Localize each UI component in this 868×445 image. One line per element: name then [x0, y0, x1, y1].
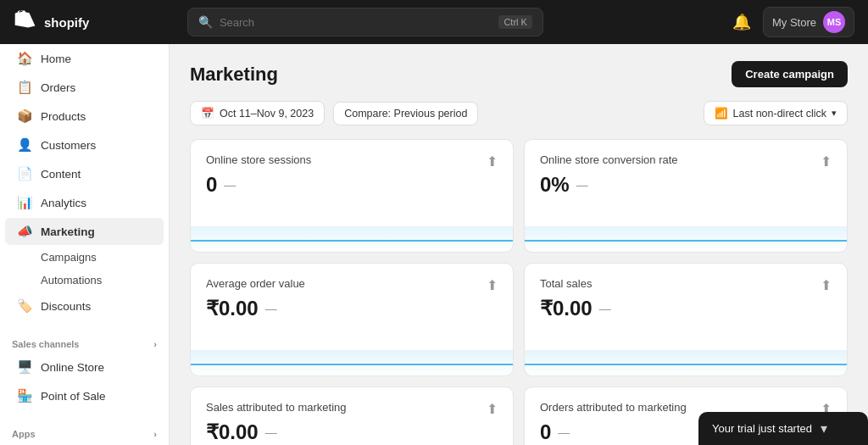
content-header: Marketing Create campaign: [190, 61, 848, 87]
card-title-total-sales: Total sales: [540, 277, 592, 290]
card-value-orders-attributed: 0: [540, 420, 551, 444]
sidebar-label-customers: Customers: [41, 139, 96, 152]
create-campaign-button[interactable]: Create campaign: [732, 61, 848, 87]
card-chart-conversion: [525, 205, 847, 252]
card-dash-sessions: —: [224, 178, 236, 192]
card-total-sales: Total sales ⬆ ₹0.00 —: [524, 263, 848, 376]
attribution-filter-label: Last non-direct click: [733, 108, 826, 120]
card-conversion-rate: Online store conversion rate ⬆ 0% —: [524, 139, 848, 253]
sidebar-item-online-store[interactable]: 🖥️ Online Store: [5, 353, 164, 381]
customers-icon: 👤: [17, 137, 32, 153]
sidebar: 🏠 Home 📋 Orders 📦 Products 👤 Customers 📄…: [0, 44, 170, 445]
trial-chevron-icon: ▾: [821, 420, 827, 437]
date-filter[interactable]: 📅 Oct 11–Nov 9, 2023: [190, 101, 325, 125]
sidebar-sub-campaigns[interactable]: Campaigns: [5, 247, 164, 268]
card-title-sales-attributed: Sales attributed to marketing: [206, 401, 346, 414]
sales-channels-label: Sales channels: [12, 339, 80, 349]
compare-filter[interactable]: Compare: Previous period: [333, 102, 478, 125]
topnav-right: 🔔 My Store MS: [729, 7, 854, 37]
top-navigation: shopify 🔍 Ctrl K 🔔 My Store MS: [0, 0, 868, 44]
trial-banner[interactable]: Your trial just started ▾: [698, 412, 868, 445]
point-of-sale-icon: 🏪: [17, 388, 32, 403]
sidebar-label-home: Home: [41, 53, 71, 65]
card-dash-conversion: —: [576, 178, 588, 192]
avatar: MS: [823, 11, 845, 33]
sidebar-label-products: Products: [41, 110, 86, 123]
attribution-filter[interactable]: 📶 Last non-direct click ▾: [704, 101, 848, 125]
card-value-total-sales: ₹0.00: [540, 297, 593, 320]
automations-label: Automations: [41, 274, 102, 286]
card-dash-sales-attributed: —: [265, 426, 277, 439]
notifications-button[interactable]: 🔔: [729, 9, 754, 35]
shopify-logo: shopify: [14, 10, 89, 34]
attribution-chevron-icon: ▾: [832, 108, 837, 119]
search-shortcut: Ctrl K: [498, 15, 532, 29]
calendar-icon: 📅: [201, 107, 214, 120]
export-icon-conversion[interactable]: ⬆: [821, 153, 832, 170]
attribution-icon: 📶: [715, 107, 728, 120]
sidebar-item-home[interactable]: 🏠 Home: [5, 45, 164, 72]
online-store-icon: 🖥️: [17, 359, 32, 375]
apps-expand-icon[interactable]: ›: [153, 429, 157, 439]
products-icon: 📦: [17, 108, 32, 124]
main-content: Marketing Create campaign 📅 Oct 11–Nov 9…: [170, 44, 868, 445]
compare-filter-label: Compare: Previous period: [344, 108, 467, 120]
sidebar-item-customers[interactable]: 👤 Customers: [5, 131, 164, 159]
export-icon-sessions[interactable]: ⬆: [487, 153, 498, 170]
card-dash-total-sales: —: [599, 302, 611, 315]
shopify-text: shopify: [44, 15, 89, 30]
marketing-icon: 📣: [17, 224, 32, 239]
sidebar-item-content[interactable]: 📄 Content: [5, 160, 164, 187]
card-value-avg-order: ₹0.00: [206, 297, 259, 320]
sidebar-item-marketing[interactable]: 📣 Marketing: [5, 218, 164, 245]
card-title-avg-order: Average order value: [206, 277, 305, 290]
sidebar-label-online-store: Online Store: [41, 361, 104, 374]
export-icon-avg-order[interactable]: ⬆: [487, 277, 498, 293]
card-chart-avg-order: [191, 329, 513, 375]
page-title: Marketing: [190, 64, 278, 86]
analytics-icon: 📊: [17, 195, 32, 210]
metrics-grid: Online store sessions ⬆ 0 — Online store…: [190, 139, 848, 445]
card-dash-avg-order: —: [265, 302, 277, 315]
campaigns-label: Campaigns: [41, 251, 97, 264]
search-input[interactable]: [220, 16, 492, 29]
apps-section: Apps ›: [0, 420, 169, 442]
sidebar-label-marketing: Marketing: [41, 225, 95, 238]
sidebar-label-point-of-sale: Point of Sale: [41, 390, 106, 403]
apps-label: Apps: [12, 429, 36, 439]
filters-row: 📅 Oct 11–Nov 9, 2023 Compare: Previous p…: [190, 101, 848, 125]
export-icon-total-sales[interactable]: ⬆: [821, 277, 832, 293]
search-bar[interactable]: 🔍 Ctrl K: [187, 8, 543, 36]
orders-icon: 📋: [17, 80, 32, 95]
sales-channels-section: Sales channels ›: [0, 331, 169, 353]
sidebar-item-discounts[interactable]: 🏷️ Discounts: [5, 292, 164, 320]
home-icon: 🏠: [17, 51, 32, 66]
card-dash-orders-attributed: —: [558, 426, 570, 439]
main-layout: 🏠 Home 📋 Orders 📦 Products 👤 Customers 📄…: [0, 44, 868, 445]
sidebar-sub-automations[interactable]: Automations: [5, 270, 164, 291]
sidebar-item-orders[interactable]: 📋 Orders: [5, 74, 164, 101]
sidebar-label-discounts: Discounts: [41, 300, 91, 313]
date-filter-label: Oct 11–Nov 9, 2023: [220, 108, 314, 120]
card-title-orders-attributed: Orders attributed to marketing: [540, 401, 687, 414]
shopify-bag-icon: [14, 10, 37, 34]
sidebar-label-analytics: Analytics: [41, 197, 86, 209]
card-title-conversion: Online store conversion rate: [540, 153, 678, 166]
sidebar-item-products[interactable]: 📦 Products: [5, 103, 164, 130]
sidebar-item-analytics[interactable]: 📊 Analytics: [5, 189, 164, 216]
export-icon-sales-attributed[interactable]: ⬆: [487, 401, 498, 417]
sidebar-item-point-of-sale[interactable]: 🏪 Point of Sale: [5, 382, 164, 409]
trial-text: Your trial just started: [712, 422, 812, 435]
sidebar-label-content: Content: [41, 168, 81, 181]
card-value-online-sessions: 0: [206, 173, 217, 197]
card-chart-sessions: [191, 205, 513, 252]
card-value-conversion: 0%: [540, 173, 570, 197]
card-online-sessions: Online store sessions ⬆ 0 —: [190, 139, 514, 253]
card-value-sales-attributed: ₹0.00: [206, 420, 259, 444]
card-sales-attributed: Sales attributed to marketing ⬆ ₹0.00 —: [190, 387, 514, 445]
sidebar-label-orders: Orders: [41, 81, 75, 94]
sales-channels-expand-icon[interactable]: ›: [153, 339, 157, 349]
store-selector[interactable]: My Store MS: [763, 7, 854, 37]
search-icon: 🔍: [198, 15, 213, 29]
card-chart-total-sales: [525, 329, 847, 375]
